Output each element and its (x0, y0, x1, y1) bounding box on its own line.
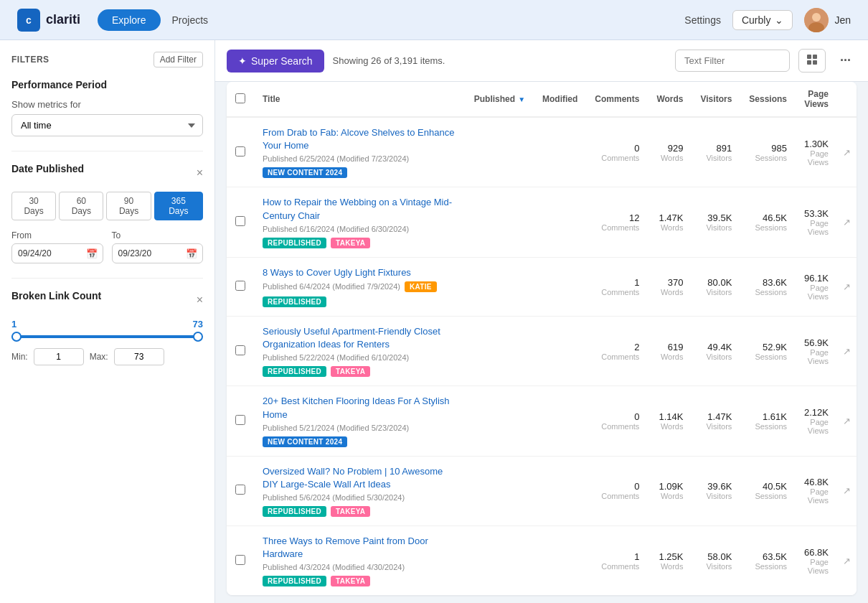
row-checkbox-6[interactable] (235, 555, 245, 565)
comments-label: Comments (595, 492, 639, 500)
logo: c clariti (17, 9, 80, 32)
article-meta: Published 5/21/2024 (Modified 5/23/2024)… (263, 424, 457, 447)
link-cell: ↗ (837, 257, 857, 316)
sessions-label: Sessions (749, 288, 787, 296)
comments-cell: 2 Comments (586, 316, 648, 385)
table-header: Title Published ▼ Modified Comme (227, 82, 857, 117)
table-wrap: Title Published ▼ Modified Comme (215, 82, 868, 603)
range-min-display: 1 (11, 319, 16, 329)
row-checkbox-0[interactable] (235, 146, 245, 156)
date-published-close-button[interactable]: × (197, 167, 203, 179)
comments-label: Comments (595, 562, 639, 571)
date-btn-30[interactable]: 30 Days (11, 192, 56, 220)
pageviews-cell: 56.9K Page Views (796, 316, 837, 385)
slider-thumb-right[interactable] (193, 332, 203, 342)
pageviews-cell: 2.12K Page Views (796, 386, 837, 456)
badge-republished: REPUBLISHED (263, 366, 326, 377)
modified-cell (534, 526, 586, 596)
header-published[interactable]: Published ▼ (466, 82, 534, 117)
article-title-link[interactable]: 8 Ways to Cover Ugly Light Fixtures (263, 266, 457, 279)
article-title-link[interactable]: From Drab to Fab: Alcove Shelves to Enha… (263, 126, 457, 152)
external-link-icon[interactable]: ↗ (843, 346, 851, 357)
avatar (804, 8, 829, 32)
modified-cell (534, 456, 586, 525)
sessions-label: Sessions (749, 352, 787, 361)
words-value: 1.47K (656, 212, 683, 223)
words-cell: 1.25K Words (648, 526, 692, 596)
badge-takeya: TAKEYA (331, 506, 370, 517)
article-title-cell: 8 Ways to Cover Ugly Light Fixtures Publ… (254, 257, 466, 316)
row-checkbox-5[interactable] (235, 485, 245, 495)
comments-value: 0 (595, 143, 639, 154)
visitors-value: 80.0K (701, 277, 732, 288)
metrics-select[interactable]: All time Last 7 days Last 30 days Last 9… (11, 114, 203, 136)
table-row: 8 Ways to Cover Ugly Light Fixtures Publ… (227, 257, 857, 316)
svg-rect-6 (813, 60, 817, 65)
article-meta: Published 6/4/2024 (Modified 7/9/2024) K… (263, 281, 457, 307)
pageviews-value: 66.8K (804, 547, 829, 558)
text-filter-input[interactable] (675, 50, 790, 72)
pageviews-value: 96.1K (804, 273, 829, 284)
date-btn-365[interactable]: 365 Days (154, 192, 203, 220)
broken-link-close-button[interactable]: × (197, 294, 203, 306)
view-toggle-button[interactable] (798, 49, 826, 73)
date-btn-90[interactable]: 90 Days (106, 192, 151, 220)
sessions-value: 83.6K (749, 277, 787, 288)
pageviews-cell: 66.8K Page Views (796, 526, 837, 596)
row-checkbox-4[interactable] (235, 415, 245, 425)
pageviews-cell: 96.1K Page Views (796, 257, 837, 316)
external-link-icon[interactable]: ↗ (843, 485, 851, 496)
calendar-icon-to: 📅 (186, 248, 197, 259)
header-modified[interactable]: Modified (534, 82, 586, 117)
modified-cell (534, 386, 586, 456)
article-title-cell: 20+ Best Kitchen Flooring Ideas For A St… (254, 386, 466, 456)
range-max-input[interactable] (114, 348, 164, 365)
link-cell: ↗ (837, 187, 857, 257)
header-comments: Comments (586, 82, 648, 117)
header-title: Title (254, 82, 466, 117)
article-title-link[interactable]: Oversized Wall? No Problem | 10 Awesome … (263, 465, 457, 491)
badge-takeya: TAKEYA (331, 366, 370, 377)
words-label: Words (656, 154, 683, 162)
workspace-selector[interactable]: Curbly ⌄ (732, 10, 793, 30)
link-cell: ↗ (837, 386, 857, 456)
add-filter-button[interactable]: Add Filter (154, 52, 203, 67)
external-link-icon[interactable]: ↗ (843, 281, 851, 292)
words-label: Words (656, 223, 683, 232)
date-btn-60[interactable]: 60 Days (59, 192, 103, 220)
words-cell: 1.09K Words (648, 456, 692, 525)
published-date: Published 5/22/2024 (Modified 6/10/2024) (263, 353, 409, 362)
visitors-value: 49.4K (701, 342, 732, 352)
article-title-link[interactable]: Three Ways to Remove Paint from Door Har… (263, 535, 457, 561)
pageviews-label: Page Views (804, 558, 829, 575)
header-words: Words (648, 82, 692, 117)
range-min-input[interactable] (34, 348, 84, 365)
article-title-link[interactable]: How to Repair the Webbing on a Vintage M… (263, 196, 457, 222)
select-all-checkbox[interactable] (235, 93, 245, 103)
super-search-button[interactable]: ✦ Super Search (227, 50, 324, 73)
modified-cell (534, 117, 586, 187)
article-title-link[interactable]: 20+ Best Kitchen Flooring Ideas For A St… (263, 395, 457, 421)
external-link-icon[interactable]: ↗ (843, 147, 851, 158)
max-label: Max: (90, 352, 108, 362)
article-meta: Published 6/25/2024 (Modified 7/23/2024)… (263, 154, 457, 178)
comments-cell: 0 Comments (586, 117, 648, 187)
article-title-link[interactable]: Seriously Useful Apartment-Friendly Clos… (263, 325, 457, 351)
slider-thumb-left[interactable] (11, 332, 22, 342)
pageviews-value: 56.9K (804, 337, 829, 348)
nav-projects-link[interactable]: Projects (172, 14, 209, 26)
pageviews-label: Page Views (804, 149, 829, 167)
pageviews-value: 1.30K (804, 139, 829, 149)
row-checkbox-1[interactable] (235, 216, 245, 226)
article-title-cell: Seriously Useful Apartment-Friendly Clos… (254, 316, 466, 385)
external-link-icon[interactable]: ↗ (843, 217, 851, 228)
range-max-display: 73 (193, 319, 203, 329)
external-link-icon[interactable]: ↗ (843, 416, 851, 426)
external-link-icon[interactable]: ↗ (843, 556, 851, 566)
settings-link[interactable]: Settings (684, 14, 721, 26)
more-options-button[interactable]: ··· (834, 50, 857, 71)
row-checkbox-2[interactable] (235, 281, 245, 291)
published-date: Published 6/25/2024 (Modified 7/23/2024) (263, 154, 409, 163)
row-checkbox-3[interactable] (235, 345, 245, 355)
explore-button[interactable]: Explore (98, 9, 160, 31)
